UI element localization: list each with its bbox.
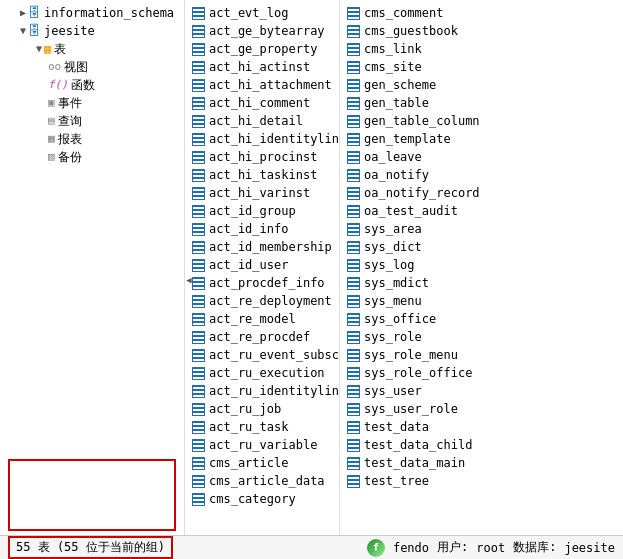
table-row[interactable]: act_re_model [185,310,339,328]
table-icon [191,96,205,110]
table-row[interactable]: act_ru_variable [185,436,339,454]
table-row[interactable]: act_id_user [185,256,339,274]
table-row[interactable]: cms_category [185,490,339,508]
sidebar-item-queries[interactable]: ▤ 查询 [0,112,184,130]
table-icon [191,42,205,56]
svg-rect-91 [193,413,204,415]
sidebar-item-backup[interactable]: ▧ 备份 [0,148,184,166]
svg-rect-59 [193,269,204,271]
table-row[interactable]: act_id_membership [185,238,339,256]
svg-rect-150 [348,175,359,177]
svg-rect-135 [348,107,359,109]
table-row[interactable]: test_data_child [340,436,495,454]
svg-rect-167 [348,251,359,253]
table-row[interactable]: act_re_deployment [185,292,339,310]
table-row[interactable]: gen_table_column [340,112,495,130]
table-icon [191,168,205,182]
table-row[interactable]: oa_test_audit [340,202,495,220]
table-row[interactable]: act_hi_procinst [185,148,339,166]
table-name-label: cms_site [364,58,422,76]
table-name-label: sys_user_role [364,400,458,418]
table-name-label: act_hi_attachment [209,76,332,94]
table-row[interactable]: sys_log [340,256,495,274]
table-row[interactable]: act_ge_property [185,40,339,58]
table-row[interactable]: sys_user [340,382,495,400]
sidebar-item-functions[interactable]: f() 函数 [0,76,184,94]
table-row[interactable]: sys_office [340,310,495,328]
sidebar-item-tables[interactable]: ▼ ▦ 表 [0,40,184,58]
table-row[interactable]: act_id_group [185,202,339,220]
sidebar-item-jeesite[interactable]: ▼ 🗄 jeesite [0,22,184,40]
table-row[interactable]: act_hi_identitylink [185,130,339,148]
table-row[interactable]: act_ru_task [185,418,339,436]
table-row[interactable]: cms_article [185,454,339,472]
table-name-label: test_tree [364,472,429,490]
table-row[interactable]: cms_link [340,40,495,58]
table-row[interactable]: act_ge_bytearray [185,22,339,40]
table-row[interactable]: act_id_info [185,220,339,238]
table-row[interactable]: test_data_main [340,454,495,472]
svg-rect-183 [348,323,359,325]
table-row[interactable]: sys_mdict [340,274,495,292]
svg-rect-138 [348,121,359,123]
sidebar-tree[interactable]: ▶ 🗄 information_schema ▼ 🗄 jeesite ▼ ▦ 表 [0,0,184,455]
table-row[interactable]: gen_table [340,94,495,112]
table-row[interactable]: sys_user_role [340,400,495,418]
table-icon [346,420,360,434]
table-row[interactable]: test_tree [340,472,495,490]
svg-rect-122 [348,49,359,51]
table-row[interactable]: sys_area [340,220,495,238]
table-name-label: oa_notify_record [364,184,480,202]
table-row[interactable]: act_hi_comment [185,94,339,112]
table-row[interactable]: sys_role [340,328,495,346]
svg-rect-19 [193,89,204,91]
table-row[interactable]: act_hi_taskinst [185,166,339,184]
table-row[interactable]: act_procdef_info [185,274,339,292]
sidebar-item-views[interactable]: oo 视图 [0,58,184,76]
main-container: ▶ 🗄 information_schema ▼ 🗄 jeesite ▼ ▦ 表 [0,0,623,535]
table-row[interactable]: cms_site [340,58,495,76]
table-row[interactable]: act_hi_varinst [185,184,339,202]
table-row[interactable]: sys_dict [340,238,495,256]
svg-rect-1 [193,9,204,11]
sidebar-item-events[interactable]: ▣ 事件 [0,94,184,112]
table-row[interactable]: gen_scheme [340,76,495,94]
table-row[interactable]: oa_notify_record [340,184,495,202]
table-row[interactable]: oa_notify [340,166,495,184]
table-row[interactable]: act_re_procdef [185,328,339,346]
table-name-label: sys_dict [364,238,422,256]
table-row[interactable]: test_data [340,418,495,436]
table-row[interactable]: act_ru_identitylink [185,382,339,400]
table-name-label: act_ru_identitylink [209,382,340,400]
table-name-label: act_procdef_info [209,274,325,292]
sidebar-item-reports[interactable]: ▦ 报表 [0,130,184,148]
svg-rect-210 [348,445,359,447]
table-row[interactable]: cms_guestbook [340,22,495,40]
svg-rect-55 [193,251,204,253]
table-row[interactable]: act_ru_execution [185,364,339,382]
table-row[interactable]: sys_menu [340,292,495,310]
table-row[interactable]: act_evt_log [185,4,339,22]
event-icon: ▣ [48,94,55,112]
svg-rect-93 [193,423,204,425]
svg-rect-78 [193,355,204,357]
svg-rect-99 [193,449,204,451]
table-name-label: gen_scheme [364,76,436,94]
table-row[interactable]: cms_article_data [185,472,339,490]
sidebar: ▶ 🗄 information_schema ▼ 🗄 jeesite ▼ ▦ 表 [0,0,185,535]
sidebar-collapse-arrow[interactable]: ◀ [183,275,185,285]
svg-rect-207 [348,431,359,433]
table-row[interactable]: act_ru_event_subscr [185,346,339,364]
table-icon [191,420,205,434]
table-row[interactable]: oa_leave [340,148,495,166]
table-row[interactable]: act_ru_job [185,400,339,418]
table-row[interactable]: sys_role_office [340,364,495,382]
table-row[interactable]: act_hi_detail [185,112,339,130]
table-row[interactable]: sys_role_menu [340,346,495,364]
table-row[interactable]: gen_template [340,130,495,148]
table-row[interactable]: act_hi_actinst [185,58,339,76]
table-row[interactable]: act_hi_attachment [185,76,339,94]
svg-rect-201 [348,405,359,407]
table-row[interactable]: cms_comment [340,4,495,22]
sidebar-item-information-schema[interactable]: ▶ 🗄 information_schema [0,4,184,22]
